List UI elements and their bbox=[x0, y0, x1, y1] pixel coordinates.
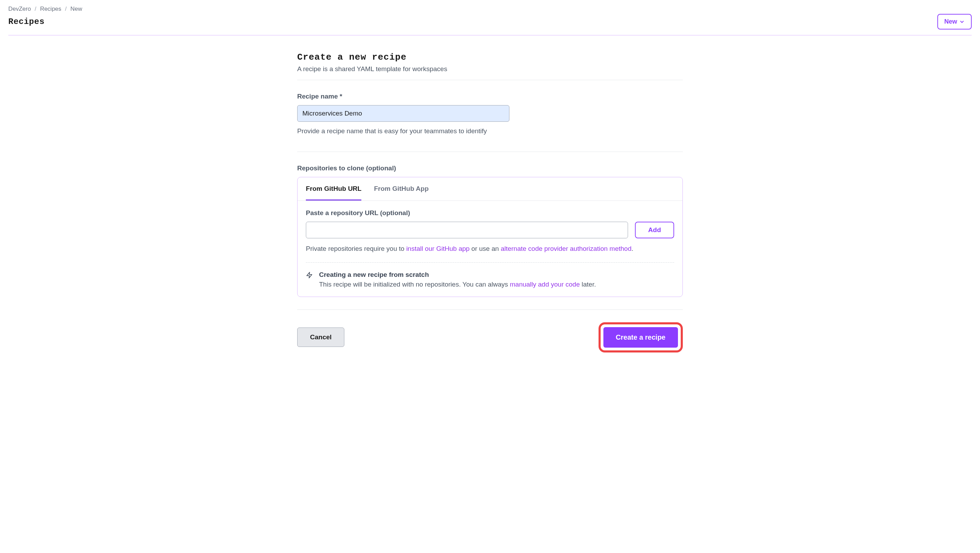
manually-add-code-link[interactable]: manually add your code bbox=[510, 280, 580, 288]
private-mid: or use an bbox=[469, 245, 501, 252]
dashed-divider bbox=[306, 262, 674, 263]
section-divider bbox=[297, 80, 683, 80]
tab-from-url[interactable]: From GitHub URL bbox=[306, 177, 361, 201]
scratch-title: Creating a new recipe from scratch bbox=[319, 271, 596, 279]
repo-tabs: From GitHub URL From GitHub App bbox=[298, 177, 682, 201]
tab-from-app[interactable]: From GitHub App bbox=[374, 177, 429, 201]
private-suffix: . bbox=[632, 245, 633, 252]
highlight-annotation: Create a recipe bbox=[598, 322, 683, 352]
breadcrumb-separator: / bbox=[35, 6, 37, 12]
cancel-button[interactable]: Cancel bbox=[297, 327, 344, 347]
scratch-sub-suffix: later. bbox=[580, 280, 596, 288]
recipe-name-helper: Provide a recipe name that is easy for y… bbox=[297, 127, 683, 135]
private-repo-helper: Private repositories require you to inst… bbox=[306, 244, 674, 254]
page-title: Recipes bbox=[8, 17, 45, 26]
add-button[interactable]: Add bbox=[635, 222, 674, 238]
recipe-name-label: Recipe name * bbox=[297, 92, 683, 100]
breadcrumb-item-new: New bbox=[70, 6, 82, 12]
scratch-sub-prefix: This recipe will be initialized with no … bbox=[319, 280, 510, 288]
chevron-down-icon bbox=[959, 19, 965, 25]
section-divider bbox=[297, 151, 683, 152]
breadcrumb-item-devzero[interactable]: DevZero bbox=[8, 6, 31, 12]
repo-card: From GitHub URL From GitHub App Paste a … bbox=[297, 177, 683, 297]
scratch-subtitle: This recipe will be initialized with no … bbox=[319, 280, 596, 288]
lightning-icon bbox=[306, 272, 313, 280]
svg-marker-0 bbox=[307, 272, 312, 278]
new-button[interactable]: New bbox=[937, 14, 972, 29]
repos-label: Repositories to clone (optional) bbox=[297, 164, 683, 172]
install-github-app-link[interactable]: install our GitHub app bbox=[406, 245, 469, 252]
form-title: Create a new recipe bbox=[297, 52, 683, 62]
repo-url-input[interactable] bbox=[306, 222, 628, 238]
alternate-auth-link[interactable]: alternate code provider authorization me… bbox=[501, 245, 632, 252]
paste-url-label: Paste a repository URL (optional) bbox=[306, 209, 674, 217]
breadcrumb-separator: / bbox=[65, 6, 67, 12]
private-prefix: Private repositories require you to bbox=[306, 245, 406, 252]
form-subtitle: A recipe is a shared YAML template for w… bbox=[297, 65, 683, 73]
breadcrumb-item-recipes[interactable]: Recipes bbox=[40, 6, 61, 12]
recipe-name-input[interactable] bbox=[297, 105, 509, 122]
new-button-label: New bbox=[944, 18, 957, 25]
create-recipe-button[interactable]: Create a recipe bbox=[603, 327, 678, 347]
breadcrumb: DevZero / Recipes / New bbox=[8, 6, 972, 13]
